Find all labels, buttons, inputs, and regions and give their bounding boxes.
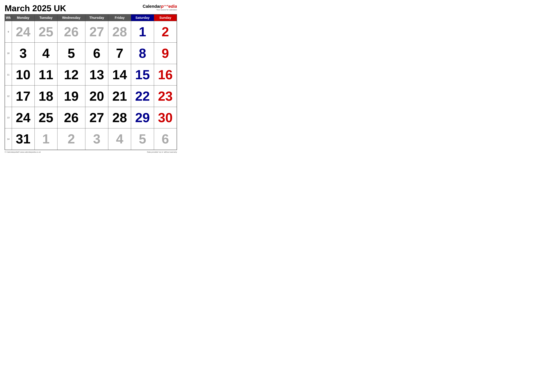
day-cell: 7 [108,43,131,64]
calendar-row: 1217181920212223 [5,85,177,107]
day-cell: 2 [154,21,177,43]
day-cell: 22 [131,85,154,107]
monday-header: Monday [12,14,35,21]
logo-area: Calendarp.co.ukedia Your source for cale… [143,4,177,11]
day-cell: 13 [85,64,108,85]
day-cell: 23 [154,85,177,107]
day-cell: 1 [35,128,57,150]
day-cell: 6 [85,43,108,64]
day-cell: 28 [108,107,131,128]
day-cell: 18 [35,85,57,107]
day-cell: 20 [85,85,108,107]
wk-header: Wk [5,14,12,21]
wk-cell: 9 [5,21,12,43]
day-cell: 27 [85,107,108,128]
wk-cell: 12 [5,85,12,107]
wk-cell: 13 [5,107,12,128]
logo-sub: Your source for calendars [156,9,177,11]
day-cell: 27 [85,21,108,43]
day-cell: 28 [108,21,131,43]
day-cell: 29 [131,107,154,128]
calendar-body: 9242526272812103456789111011121314151612… [5,21,177,150]
day-cell: 6 [154,128,177,150]
thursday-header: Thursday [85,14,108,21]
footer-left: © Calendarpedia® www.calendarpedia.co.uk [5,151,41,153]
calendar-row: 1324252627282930 [5,107,177,128]
day-cell: 21 [108,85,131,107]
calendar-row: 103456789 [5,43,177,64]
footer: © Calendarpedia® www.calendarpedia.co.uk… [5,151,177,153]
wk-cell: 11 [5,64,12,85]
saturday-header: Saturday [131,14,154,21]
calendar-row: 9242526272812 [5,21,177,43]
wk-cell: 14 [5,128,12,150]
day-cell: 31 [12,128,35,150]
day-cell: 10 [12,64,35,85]
calendar-row: 1110111213141516 [5,64,177,85]
day-cell: 1 [131,21,154,43]
calendar-table: Wk Monday Tuesday Wednesday Thursday Fri… [5,14,177,150]
day-cell: 15 [131,64,154,85]
day-cell: 5 [57,43,85,64]
day-cell: 24 [12,107,35,128]
day-cell: 14 [108,64,131,85]
day-cell: 17 [12,85,35,107]
day-cell: 5 [131,128,154,150]
day-cell: 30 [154,107,177,128]
day-cell: 3 [12,43,35,64]
day-cell: 4 [108,128,131,150]
day-cell: 24 [12,21,35,43]
day-cell: 2 [57,128,85,150]
day-cell: 16 [154,64,177,85]
day-cell: 25 [35,107,57,128]
friday-header: Friday [108,14,131,21]
day-cell: 19 [57,85,85,107]
page-header: March 2025 UK Calendarp.co.ukedia Your s… [5,4,177,13]
sunday-header: Sunday [154,14,177,21]
day-cell: 26 [57,107,85,128]
day-cell: 25 [35,21,57,43]
calendar-row: 1431123456 [5,128,177,150]
day-cell: 9 [154,43,177,64]
header-row: Wk Monday Tuesday Wednesday Thursday Fri… [5,14,177,21]
day-cell: 12 [57,64,85,85]
day-cell: 26 [57,21,85,43]
wednesday-header: Wednesday [57,14,85,21]
logo-brand: Calendarp.co.ukedia [143,4,177,9]
footer-right: Data provided 'as is' without warranty [147,151,177,153]
calendar-title: March 2025 UK [5,4,66,13]
day-cell: 11 [35,64,57,85]
day-cell: 4 [35,43,57,64]
wk-cell: 10 [5,43,12,64]
day-cell: 8 [131,43,154,64]
day-cell: 3 [85,128,108,150]
tuesday-header: Tuesday [35,14,57,21]
